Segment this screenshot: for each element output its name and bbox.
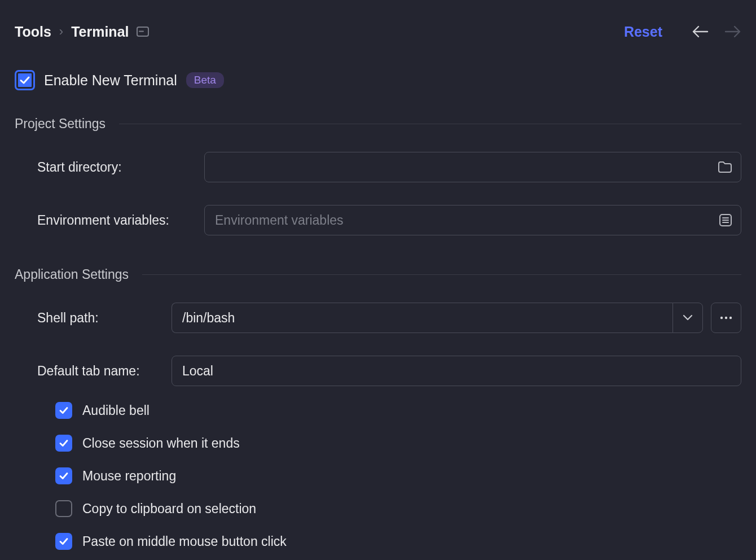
checkbox-row: Paste on middle mouse button click: [55, 533, 741, 550]
divider: [119, 124, 741, 124]
list-icon[interactable]: [719, 213, 732, 227]
reset-button[interactable]: Reset: [624, 24, 662, 40]
checkbox[interactable]: [55, 500, 72, 517]
default-tab-name-label: Default tab name:: [15, 364, 172, 379]
breadcrumb-root[interactable]: Tools: [15, 24, 51, 40]
checkbox[interactable]: [55, 435, 72, 452]
checkbox-label: Copy to clipboard on selection: [82, 501, 256, 517]
back-button[interactable]: [692, 25, 709, 38]
start-directory-label: Start directory:: [15, 160, 204, 175]
checkbox[interactable]: [55, 533, 72, 550]
chevron-right-icon: ›: [59, 24, 63, 39]
checkbox-row: Mouse reporting: [55, 467, 741, 484]
environment-variables-input[interactable]: [204, 205, 741, 235]
default-tab-name-input[interactable]: [172, 356, 741, 386]
svg-point-4: [725, 317, 727, 319]
checkbox-label: Paste on middle mouse button click: [82, 534, 287, 549]
svg-point-3: [720, 317, 723, 319]
svg-point-5: [729, 317, 732, 319]
forward-button[interactable]: [724, 25, 741, 38]
header-bar: Tools › Terminal Reset: [15, 16, 741, 47]
shell-path-browse-button[interactable]: [711, 303, 741, 333]
divider: [142, 274, 741, 275]
window-icon[interactable]: [137, 27, 149, 37]
checkbox-row: Copy to clipboard on selection: [55, 500, 741, 517]
enable-new-terminal-label: Enable New Terminal: [44, 72, 177, 89]
project-settings-title: Project Settings: [15, 116, 106, 132]
enable-new-terminal-checkbox[interactable]: [15, 70, 35, 90]
checkbox-label: Audible bell: [82, 403, 150, 418]
checkbox[interactable]: [55, 467, 72, 484]
folder-icon[interactable]: [718, 161, 732, 173]
shell-path-input[interactable]: [172, 303, 673, 333]
breadcrumb: Tools › Terminal: [15, 24, 149, 40]
svg-rect-1: [139, 31, 144, 32]
start-directory-input[interactable]: [204, 152, 741, 182]
checkbox-label: Mouse reporting: [82, 469, 176, 484]
checkbox-row: Close session when it ends: [55, 435, 741, 452]
shell-path-label: Shell path:: [15, 310, 172, 326]
shell-path-dropdown[interactable]: [673, 303, 703, 333]
checkbox-row: Audible bell: [55, 402, 741, 419]
checkbox-label: Close session when it ends: [82, 436, 240, 451]
beta-badge: Beta: [186, 72, 224, 88]
breadcrumb-leaf: Terminal: [71, 24, 129, 40]
application-settings-title: Application Settings: [15, 267, 129, 282]
checkbox[interactable]: [55, 402, 72, 419]
environment-variables-label: Environment variables:: [15, 213, 204, 228]
